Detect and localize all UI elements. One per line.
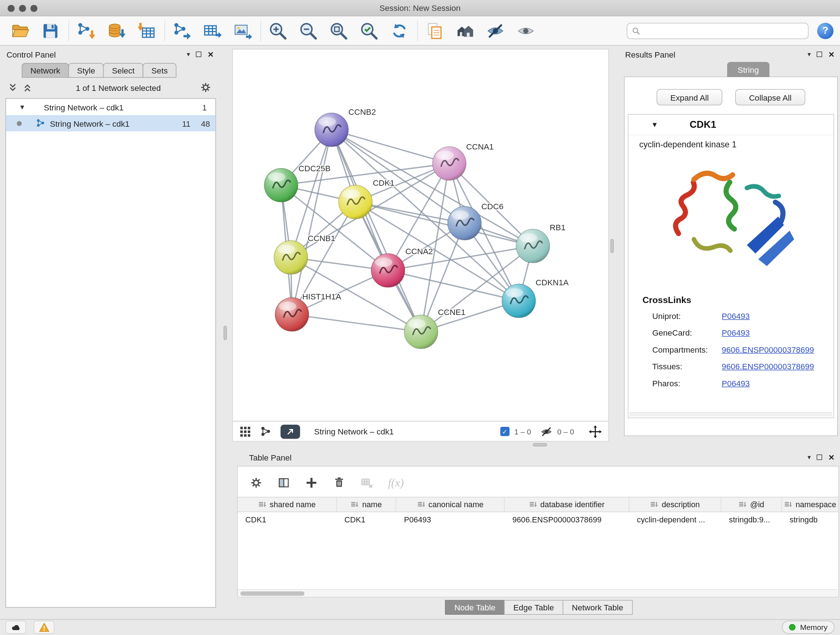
crosslink-row: Uniprot: P06493: [652, 307, 834, 325]
network-node-HIST1H1A[interactable]: [275, 298, 309, 331]
network-node-CCNA2[interactable]: [371, 254, 405, 287]
network-node-CDC6[interactable]: [448, 206, 482, 240]
collapse-all-button[interactable]: Collapse All: [736, 89, 805, 105]
vertical-splitter-handle[interactable]: [224, 326, 227, 340]
network-node-CCNB2[interactable]: [315, 113, 348, 147]
network-node-CCNE1[interactable]: [404, 315, 438, 348]
warnings-button[interactable]: [34, 621, 54, 634]
panel-float-icon[interactable]: ▾: [187, 51, 190, 58]
tab-select[interactable]: Select: [103, 63, 144, 78]
network-node-CDKN1A[interactable]: [502, 284, 536, 318]
open-in-browser-button[interactable]: [281, 424, 300, 439]
expand-all-button[interactable]: Expand All: [657, 89, 722, 105]
search-field[interactable]: [627, 22, 809, 39]
pan-crosshair-icon[interactable]: [589, 425, 602, 438]
network-edge[interactable]: [332, 130, 422, 332]
clone-network-button[interactable]: [422, 18, 447, 43]
neighborhood-button[interactable]: [453, 18, 477, 43]
tab-node-table[interactable]: Node Table: [445, 600, 505, 615]
expand-all-networks-icon[interactable]: [8, 82, 18, 93]
collection-disclosure-icon[interactable]: ▼: [19, 103, 26, 111]
results-horizontal-scrollbar[interactable]: [630, 412, 832, 417]
apply-layout-button[interactable]: [387, 18, 412, 43]
vertical-splitter-handle[interactable]: [611, 239, 614, 253]
column-header-description[interactable]: description: [630, 497, 722, 511]
network-node-CCNB1[interactable]: [274, 241, 308, 274]
crosslink-link[interactable]: 9606.ENSP00000378699: [722, 362, 814, 371]
tab-network-table[interactable]: Network Table: [562, 600, 632, 615]
tab-style[interactable]: Style: [68, 63, 104, 78]
help-button[interactable]: ?: [817, 22, 834, 39]
crosslink-link[interactable]: P06493: [722, 379, 750, 388]
create-column-icon[interactable]: [305, 477, 318, 489]
show-all-button[interactable]: [513, 18, 538, 43]
show-columns-icon[interactable]: [278, 477, 291, 489]
import-network-button[interactable]: [73, 18, 98, 43]
table-row[interactable]: CDK1 CDK1 P06493 9606.ENSP00000378699 cy…: [238, 512, 838, 527]
crosslink-link[interactable]: P06493: [722, 328, 750, 337]
network-options-gear-icon[interactable]: [200, 81, 212, 93]
panel-close-icon[interactable]: ✕: [828, 453, 835, 462]
network-edge[interactable]: [292, 315, 421, 332]
birds-eye-grid-icon[interactable]: [240, 425, 251, 437]
import-network-from-database-button[interactable]: [104, 18, 129, 43]
panel-close-icon[interactable]: ✕: [207, 50, 214, 59]
hide-selected-button[interactable]: [483, 18, 508, 43]
delete-table-icon-disabled: [360, 477, 373, 489]
open-session-button[interactable]: [8, 18, 33, 43]
network-node-CDC25B[interactable]: [264, 168, 298, 202]
column-header-canonical-name[interactable]: canonical name: [396, 497, 505, 511]
tab-sets[interactable]: Sets: [143, 63, 177, 78]
network-row-selected[interactable]: String Network – cdk1 11 48: [6, 115, 216, 131]
network-node-CDK1[interactable]: [339, 185, 372, 219]
horizontal-splitter-handle[interactable]: [533, 443, 547, 447]
network-view-canvas[interactable]: CCNB2CCNA1CDC25BCDK1CDC6RB1CCNB1CCNA2CDK…: [232, 49, 609, 421]
column-header-shared-name[interactable]: shared name: [238, 497, 337, 511]
panel-maximize-icon[interactable]: [817, 455, 822, 460]
crosslinks-title: CrossLinks: [643, 295, 834, 306]
network-edge[interactable]: [292, 130, 332, 315]
tab-network[interactable]: Network: [22, 63, 69, 78]
crosslink-link[interactable]: P06493: [722, 311, 750, 321]
hidden-eye-slash-icon[interactable]: [540, 425, 553, 437]
table-options-gear-icon[interactable]: [249, 477, 263, 489]
panel-float-icon[interactable]: ▾: [807, 454, 811, 461]
tab-string[interactable]: String: [727, 62, 769, 77]
collapse-all-networks-icon[interactable]: [22, 82, 33, 93]
column-header-name[interactable]: name: [337, 497, 396, 511]
column-header-id[interactable]: @id: [722, 497, 782, 511]
network-node-RB1[interactable]: [516, 229, 550, 263]
panel-maximize-icon[interactable]: [817, 52, 822, 57]
column-header-namespace[interactable]: namespace: [782, 497, 838, 511]
import-table-button[interactable]: [134, 18, 159, 43]
export-image-button[interactable]: [230, 18, 255, 43]
panel-close-icon[interactable]: ✕: [828, 50, 835, 59]
protein-disclosure-icon[interactable]: ▼: [651, 120, 658, 129]
network-share-icon[interactable]: [260, 425, 272, 437]
selection-checkbox[interactable]: ✓: [500, 427, 510, 436]
network-edge[interactable]: [388, 271, 519, 301]
network-node-CCNA1[interactable]: [433, 147, 466, 180]
save-session-button[interactable]: [38, 18, 63, 43]
delete-columns-icon[interactable]: [333, 477, 346, 489]
export-network-button[interactable]: [169, 18, 194, 43]
cloud-button[interactable]: [5, 621, 26, 634]
zoom-fit-button[interactable]: [326, 18, 351, 43]
cell-database-identifier: 9606.ENSP00000378699: [505, 516, 629, 524]
current-network-bullet-icon: [17, 121, 22, 126]
zoom-out-button[interactable]: [296, 18, 321, 43]
scrollbar-thumb[interactable]: [240, 592, 305, 596]
zoom-selected-button[interactable]: [357, 18, 382, 43]
zoom-in-button[interactable]: [265, 18, 291, 43]
search-input[interactable]: [644, 23, 804, 38]
panel-maximize-icon[interactable]: [196, 52, 202, 57]
network-collection-row[interactable]: ▼ String Network – cdk1 1: [6, 99, 216, 115]
table-horizontal-scrollbar[interactable]: [238, 589, 838, 597]
column-header-database-identifier[interactable]: database identifier: [505, 497, 629, 511]
export-table-button[interactable]: [200, 18, 225, 43]
panel-float-icon[interactable]: ▾: [807, 51, 811, 58]
network-graph[interactable]: CCNB2CCNA1CDC25BCDK1CDC6RB1CCNB1CCNA2CDK…: [233, 50, 609, 422]
tab-edge-table[interactable]: Edge Table: [504, 600, 563, 615]
crosslink-link[interactable]: 9606.ENSP00000378699: [722, 345, 814, 355]
memory-button[interactable]: Memory: [782, 621, 835, 634]
